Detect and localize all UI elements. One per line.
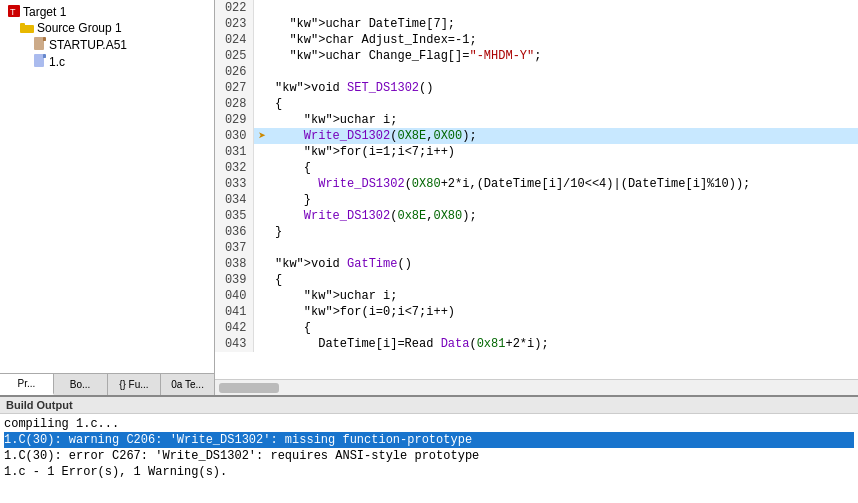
code-row-025: 025 "kw">uchar Change_Flag[]="-MHDM-Y"; [215,48,858,64]
line-number: 043 [215,336,253,352]
code-row-026: 026 [215,64,858,80]
line-number: 038 [215,256,253,272]
code-line: Write_DS1302(0X80+2*i,(DateTime[i]/10<<4… [271,176,858,192]
tree-item-startup[interactable]: STARTUP.A51 [0,36,214,53]
code-line: "kw">void GatTime() [271,256,858,272]
line-number: 032 [215,160,253,176]
code-row-038: 038"kw">void GatTime() [215,256,858,272]
code-line: { [271,96,858,112]
build-line: 1.C(30): warning C206: 'Write_DS1302': m… [4,432,854,448]
line-arrow: ➤ [253,128,271,144]
line-arrow [253,208,271,224]
line-arrow [253,192,271,208]
code-row-023: 023 "kw">uchar DateTime[7]; [215,16,858,32]
code-row-022: 022 [215,0,858,16]
code-line: "kw">for(i=1;i<7;i++) [271,144,858,160]
sidebar-tab-project[interactable]: Pr... [0,374,54,395]
line-arrow [253,80,271,96]
code-line: "kw">char Adjust_Index=-1; [271,32,858,48]
code-row-036: 036} [215,224,858,240]
line-number: 041 [215,304,253,320]
line-arrow [253,240,271,256]
line-number: 040 [215,288,253,304]
code-row-029: 029 "kw">uchar i; [215,112,858,128]
code-row-030: 030➤ Write_DS1302(0X8E,0X00); [215,128,858,144]
code-line [271,64,858,80]
build-output-title: Build Output [0,397,858,414]
line-number: 024 [215,32,253,48]
tree-icon-target: T [8,5,20,19]
build-output-content[interactable]: compiling 1.c...1.C(30): warning C206: '… [0,414,858,503]
code-line: DateTime[i]=Read Data(0x81+2*i); [271,336,858,352]
build-output-panel: Build Output compiling 1.c...1.C(30): wa… [0,395,858,503]
line-arrow [253,224,271,240]
code-row-035: 035 Write_DS1302(0x8E,0X80); [215,208,858,224]
code-line: "kw">uchar i; [271,288,858,304]
sidebar-tab-templates[interactable]: 0a Te... [161,374,214,395]
main-area: TTarget 1Source Group 1STARTUP.A511.c Pr… [0,0,858,395]
code-row-024: 024 "kw">char Adjust_Index=-1; [215,32,858,48]
tree-icon-asm [34,37,46,52]
line-arrow [253,320,271,336]
tree-label-startup: STARTUP.A51 [49,38,127,52]
line-arrow [253,272,271,288]
code-line: "kw">for(i=0;i<7;i++) [271,304,858,320]
line-arrow [253,160,271,176]
line-arrow [253,112,271,128]
svg-rect-4 [34,37,44,50]
line-number: 026 [215,64,253,80]
code-row-042: 042 { [215,320,858,336]
line-number: 029 [215,112,253,128]
code-line [271,240,858,256]
scrollbar-thumb[interactable] [219,383,279,393]
line-arrow [253,176,271,192]
line-number: 033 [215,176,253,192]
sidebar-tabs: Pr...Bo...{} Fu...0a Te... [0,373,214,395]
code-line: { [271,160,858,176]
code-row-041: 041 "kw">for(i=0;i<7;i++) [215,304,858,320]
sidebar-tab-books[interactable]: Bo... [54,374,108,395]
line-arrow [253,96,271,112]
tree-item-file1c[interactable]: 1.c [0,53,214,70]
line-number: 034 [215,192,253,208]
line-number: 031 [215,144,253,160]
code-line: } [271,192,858,208]
code-line [271,0,858,16]
line-number: 042 [215,320,253,336]
code-line: "kw">uchar i; [271,112,858,128]
svg-rect-3 [20,23,25,27]
code-container[interactable]: 022023 "kw">uchar DateTime[7];024 "kw">c… [215,0,858,379]
line-arrow [253,64,271,80]
line-number: 035 [215,208,253,224]
line-arrow [253,48,271,64]
code-line: "kw">void SET_DS1302() [271,80,858,96]
line-number: 027 [215,80,253,96]
sidebar-tab-functions[interactable]: {} Fu... [108,374,162,395]
svg-rect-7 [34,54,44,67]
editor-area: 022023 "kw">uchar DateTime[7];024 "kw">c… [215,0,858,395]
code-row-034: 034 } [215,192,858,208]
code-line: Write_DS1302(0x8E,0X80); [271,208,858,224]
line-arrow [253,304,271,320]
tree-item-target1[interactable]: TTarget 1 [0,4,214,20]
line-arrow [253,0,271,16]
code-line: "kw">uchar Change_Flag[]="-MHDM-Y"; [271,48,858,64]
horizontal-scrollbar[interactable] [215,379,858,395]
code-line: Write_DS1302(0X8E,0X00); [271,128,858,144]
sidebar: TTarget 1Source Group 1STARTUP.A511.c Pr… [0,0,215,395]
line-number: 037 [215,240,253,256]
code-line: } [271,224,858,240]
code-row-043: 043 DateTime[i]=Read Data(0x81+2*i); [215,336,858,352]
line-arrow [253,256,271,272]
line-arrow [253,336,271,352]
line-number: 022 [215,0,253,16]
line-number: 025 [215,48,253,64]
tree-label-file1c: 1.c [49,55,65,69]
line-arrow [253,288,271,304]
code-row-032: 032 { [215,160,858,176]
build-line: compiling 1.c... [4,416,854,432]
code-row-037: 037 [215,240,858,256]
code-row-033: 033 Write_DS1302(0X80+2*i,(DateTime[i]/1… [215,176,858,192]
line-arrow [253,16,271,32]
tree-item-sourcegroup1[interactable]: Source Group 1 [0,20,214,36]
